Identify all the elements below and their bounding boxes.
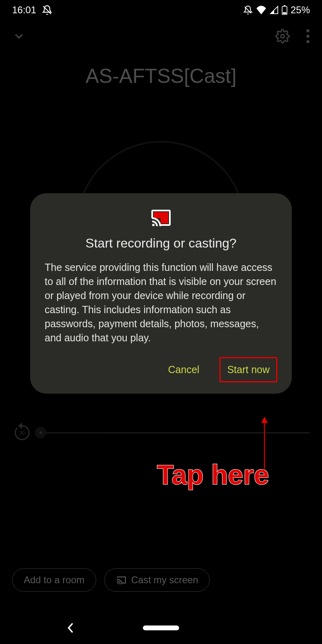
chip-label: Add to a room	[24, 574, 85, 586]
dialog-body: The service providing this function will…	[45, 260, 277, 345]
battery-icon	[282, 5, 287, 15]
app-bar	[0, 20, 322, 52]
home-pill[interactable]	[143, 625, 179, 630]
wifi-icon	[256, 6, 266, 14]
cancel-button[interactable]: Cancel	[162, 358, 206, 381]
cast-icon	[116, 576, 126, 584]
background-content: AS-AFTSS[Cast]	[0, 64, 322, 88]
cellular-icon	[270, 6, 279, 14]
status-bar: 16:01 25%	[0, 0, 322, 20]
dnd-off-icon	[42, 5, 52, 15]
svg-point-7	[306, 35, 310, 38]
device-title: AS-AFTSS[Cast]	[0, 64, 322, 88]
cast-permission-dialog: Start recording or casting? The service …	[30, 193, 292, 394]
dialog-title: Start recording or casting?	[45, 236, 277, 251]
svg-text:30: 30	[19, 430, 25, 436]
bottom-chips: Add to a room Cast my screen	[12, 568, 210, 592]
back-icon[interactable]	[66, 622, 75, 634]
svg-marker-17	[261, 417, 268, 423]
svg-point-8	[306, 40, 310, 43]
status-time: 16:01	[12, 4, 36, 16]
svg-point-5	[281, 35, 285, 38]
chip-label: Cast my screen	[131, 574, 198, 586]
battery-percent: 25%	[291, 4, 310, 16]
svg-rect-4	[283, 12, 287, 14]
more-vert-icon[interactable]	[306, 29, 310, 43]
svg-rect-2	[284, 5, 285, 6]
collapse-icon[interactable]	[12, 29, 26, 43]
svg-marker-9	[18, 423, 22, 429]
dialog-cast-icon	[45, 209, 277, 226]
progress-thumb[interactable]	[35, 427, 46, 438]
nav-bar	[0, 612, 322, 644]
notification-off-icon	[243, 5, 253, 15]
replay-30-button[interactable]: 30	[12, 423, 32, 443]
annotation-text: Tap here	[157, 459, 269, 490]
svg-point-15	[152, 224, 155, 226]
settings-gear-icon[interactable]	[275, 29, 290, 43]
add-to-room-button[interactable]: Add to a room	[12, 568, 96, 592]
svg-point-6	[306, 29, 310, 33]
start-now-button[interactable]: Start now	[219, 357, 277, 382]
cast-my-screen-button[interactable]: Cast my screen	[104, 568, 210, 592]
